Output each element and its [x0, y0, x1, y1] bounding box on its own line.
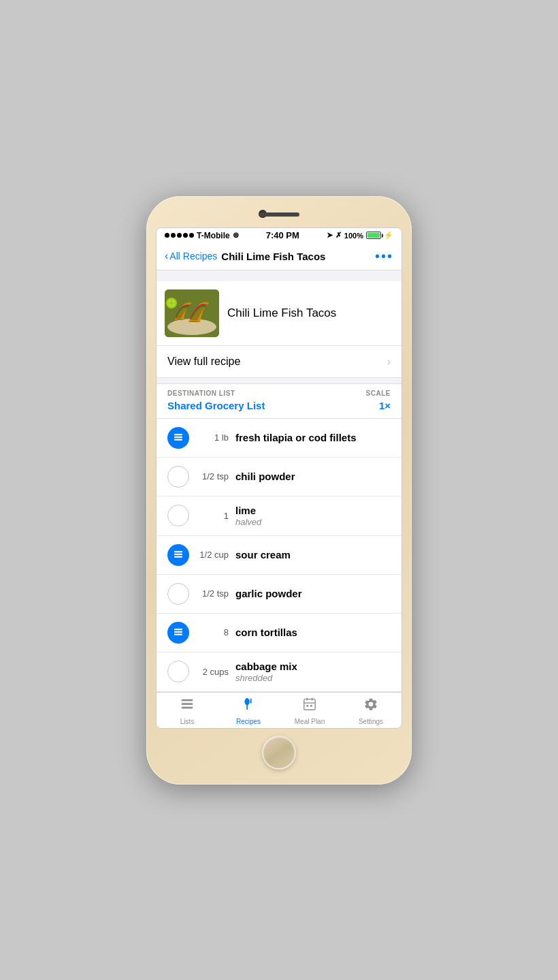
svg-rect-13 — [174, 631, 182, 632]
ingredient-qty-2: 1 — [196, 511, 229, 521]
home-button[interactable] — [262, 736, 296, 770]
svg-rect-12 — [174, 629, 182, 630]
ingredient-icon-6[interactable] — [167, 661, 189, 682]
ingredient-row[interactable]: 1/2 cupsour cream — [157, 536, 401, 575]
ingredient-note-2: halved — [235, 517, 391, 527]
battery-icon — [366, 232, 381, 239]
view-recipe-label: View full recipe — [167, 355, 240, 368]
ingredient-row[interactable]: 1/2 tspchili powder — [157, 458, 401, 496]
scale-block: SCALE 1× — [366, 390, 391, 411]
svg-rect-23 — [310, 704, 312, 706]
scale-value[interactable]: 1× — [366, 400, 391, 411]
ingredient-row[interactable]: 2 cupscabbage mixshredded — [157, 652, 401, 692]
ingredient-info-2: limehalved — [235, 505, 391, 527]
svg-rect-7 — [174, 436, 182, 437]
back-label: All Recipes — [169, 251, 217, 262]
destination-list-label: DESTINATION LIST — [167, 390, 366, 397]
ingredient-icon-0[interactable] — [167, 427, 189, 449]
ingredient-qty-6: 2 cups — [196, 667, 229, 677]
ingredient-name-1: chili powder — [235, 471, 295, 482]
svg-rect-10 — [174, 553, 182, 554]
ingredient-row[interactable]: 8corn tortillas — [157, 614, 401, 652]
ingredient-info-4: garlic powder — [235, 588, 391, 600]
ingredient-icon-2[interactable] — [167, 505, 189, 526]
status-bar: T-Mobile ⊛ 7:40 PM ➤ ✗ 100% ⚡ — [157, 228, 401, 243]
settings-tab-label: Settings — [359, 718, 383, 725]
nav-bar: ‹ All Recipes Chili Lime Fish Tacos ••• — [157, 243, 401, 270]
destination-list-value[interactable]: Shared Grocery List — [167, 400, 366, 411]
ingredient-name-0: fresh tilapia or cod fillets — [235, 432, 357, 443]
phone-top — [156, 208, 402, 227]
tab-settings[interactable]: Settings — [350, 697, 391, 725]
recipe-header-card: Chili Lime Fish Tacos — [157, 281, 401, 346]
destination-scale-section: DESTINATION LIST Shared Grocery List SCA… — [157, 383, 401, 419]
svg-rect-15 — [182, 699, 193, 701]
lists-tab-icon — [180, 697, 195, 716]
svg-rect-6 — [174, 434, 182, 435]
ingredient-qty-3: 1/2 cup — [196, 550, 229, 560]
carrier-label: T-Mobile — [197, 231, 230, 240]
recipe-card-title: Chili Lime Fish Tacos — [227, 306, 336, 320]
ingredient-info-5: corn tortillas — [235, 627, 391, 639]
ingredient-info-6: cabbage mixshredded — [235, 661, 391, 683]
nav-title: Chili Lime Fish Tacos — [217, 251, 375, 262]
settings-tab-icon — [363, 697, 378, 716]
svg-rect-8 — [174, 439, 182, 440]
bluetooth-icon: ✗ — [335, 231, 342, 240]
svg-rect-9 — [174, 551, 182, 552]
ingredient-row[interactable]: 1limehalved — [157, 496, 401, 536]
wifi-icon: ⊛ — [233, 231, 239, 240]
recipes-tab-icon — [241, 697, 256, 716]
ingredient-row[interactable]: 1/2 tspgarlic powder — [157, 575, 401, 614]
charging-icon: ⚡ — [384, 231, 393, 240]
svg-rect-22 — [306, 704, 308, 706]
screen: T-Mobile ⊛ 7:40 PM ➤ ✗ 100% ⚡ ‹ All Reci… — [156, 227, 402, 729]
section-gap-2 — [157, 378, 401, 383]
ingredient-row[interactable]: 1 lbfresh tilapia or cod fillets — [157, 419, 401, 458]
ingredient-icon-3[interactable] — [167, 544, 189, 566]
ingredient-name-6: cabbage mix — [235, 661, 297, 672]
view-recipe-row[interactable]: View full recipe › — [157, 346, 401, 378]
back-chevron-icon: ‹ — [165, 250, 168, 262]
location-icon: ➤ — [327, 231, 333, 240]
status-right: ➤ ✗ 100% ⚡ — [327, 231, 393, 240]
ingredient-qty-0: 1 lb — [196, 432, 229, 443]
tab-lists[interactable]: Lists — [167, 697, 208, 725]
recipes-tab-label: Recipes — [236, 718, 261, 725]
ingredient-name-3: sour cream — [235, 549, 291, 560]
status-left: T-Mobile ⊛ — [165, 231, 239, 240]
ingredient-info-1: chili powder — [235, 471, 391, 483]
ingredient-qty-4: 1/2 tsp — [196, 588, 229, 599]
ingredient-name-5: corn tortillas — [235, 627, 297, 638]
mealplan-tab-icon — [302, 697, 317, 716]
view-recipe-chevron-icon: › — [387, 355, 391, 368]
speaker — [259, 212, 299, 217]
svg-rect-16 — [182, 703, 193, 705]
mealplan-tab-label: Meal Plan — [295, 718, 325, 725]
ingredient-info-0: fresh tilapia or cod fillets — [235, 432, 391, 444]
svg-rect-18 — [304, 699, 316, 710]
battery-pct: 100% — [344, 232, 363, 240]
ingredient-qty-1: 1/2 tsp — [196, 471, 229, 481]
svg-rect-17 — [182, 706, 193, 708]
tab-recipes[interactable]: Recipes — [228, 697, 269, 725]
ingredient-icon-5[interactable] — [167, 622, 189, 644]
tab-bar: ListsRecipesMeal PlanSettings — [157, 692, 401, 728]
home-button-area — [156, 729, 402, 772]
ingredient-note-6: shredded — [235, 673, 391, 683]
tab-mealplan[interactable]: Meal Plan — [289, 697, 330, 725]
svg-rect-14 — [174, 633, 182, 635]
ingredient-name-4: garlic powder — [235, 588, 302, 599]
more-button[interactable]: ••• — [375, 249, 393, 264]
destination-block: DESTINATION LIST Shared Grocery List — [167, 390, 366, 411]
back-button[interactable]: ‹ All Recipes — [165, 250, 217, 262]
svg-rect-11 — [174, 556, 182, 557]
time-label: 7:40 PM — [266, 230, 299, 240]
ingredient-icon-4[interactable] — [167, 583, 189, 605]
signal-icon — [165, 233, 194, 238]
ingredient-icon-1[interactable] — [167, 466, 189, 488]
lists-tab-label: Lists — [180, 718, 195, 725]
ingredient-qty-5: 8 — [196, 627, 229, 637]
recipe-thumbnail — [165, 289, 219, 337]
scale-label: SCALE — [366, 390, 391, 397]
